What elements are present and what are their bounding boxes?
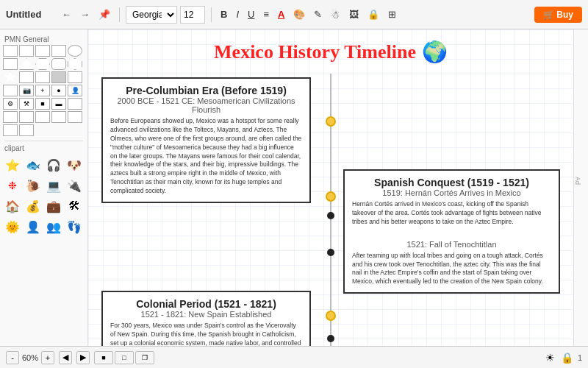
shape-s11[interactable] xyxy=(3,71,18,83)
shape-s12[interactable] xyxy=(19,71,34,83)
separator-1 xyxy=(119,7,120,22)
image-button[interactable]: 🖼 xyxy=(346,7,362,21)
toolbar: Untitled ← → 📌 Georgia Arial B I U ≡ A 🎨… xyxy=(0,0,588,29)
clipart-4[interactable]: 🔌 xyxy=(65,176,84,195)
list-button[interactable]: ≡ xyxy=(260,7,272,21)
shape-s23[interactable]: ■ xyxy=(35,98,50,110)
page-width-btn[interactable]: ■ xyxy=(94,351,113,364)
right-panel: Ad xyxy=(573,29,588,346)
shape-s25[interactable] xyxy=(68,98,82,110)
shape-rect2[interactable] xyxy=(19,45,34,57)
sidebar-section-title: PMN General xyxy=(4,35,83,43)
undo-button[interactable]: ← xyxy=(59,7,74,21)
font-color-button[interactable]: A xyxy=(275,7,287,21)
shape-s14[interactable] xyxy=(51,71,66,83)
shape-s32[interactable] xyxy=(19,124,34,136)
separator-2 xyxy=(211,7,212,22)
timeline-title: Mexico History Timeline 🌍 xyxy=(88,29,573,64)
clipart-5[interactable]: 🏠 xyxy=(3,197,22,216)
clipart-11[interactable]: 👥 xyxy=(44,217,63,236)
redo-button[interactable]: → xyxy=(77,7,93,21)
sun-icon-button[interactable]: ☀ xyxy=(544,352,556,364)
clipart-2[interactable]: 🐌 xyxy=(24,176,43,195)
title-text: Mexico History Timeline xyxy=(214,41,416,63)
shape-s22[interactable]: ⚒ xyxy=(19,98,34,110)
pre-columbian-card[interactable]: Pre-Columbian Era (Before 1519) 2000 BCE… xyxy=(101,77,311,203)
colonial-yellow-dot xyxy=(326,311,336,321)
clipart-3[interactable]: 💻 xyxy=(44,176,63,195)
clipart-fish[interactable]: 🐟 xyxy=(24,155,43,174)
prev-page-button[interactable]: ◀ xyxy=(59,351,72,364)
ad-label: Ad xyxy=(574,177,581,185)
shape-s19[interactable]: ● xyxy=(51,85,66,96)
clipart-9[interactable]: 🌞 xyxy=(3,217,22,236)
shape-rect[interactable] xyxy=(3,45,18,57)
shape-s5[interactable] xyxy=(68,45,82,57)
timeline-center-line xyxy=(330,74,331,346)
conquest-subtitle2: 1521: Fall of Tenochtitlan xyxy=(352,240,551,249)
shape-s8[interactable] xyxy=(35,58,50,70)
shape-s10[interactable] xyxy=(68,58,82,70)
pre-columbian-dot xyxy=(326,116,336,127)
italic-button[interactable]: I xyxy=(233,7,242,21)
buy-button[interactable]: 🛒 Buy xyxy=(534,7,582,23)
shape-rect4[interactable] xyxy=(51,45,66,57)
clipart-headphone[interactable]: 🎧 xyxy=(44,155,63,174)
fit-page-btn[interactable]: □ xyxy=(115,351,134,364)
canvas-content: Mexico History Timeline 🌍 Pre-Columbian … xyxy=(88,29,573,346)
shape-s21[interactable]: ⚙ xyxy=(3,98,18,110)
full-screen-btn[interactable]: ❐ xyxy=(135,351,154,364)
shape-s27[interactable] xyxy=(19,111,34,123)
shape-s26[interactable] xyxy=(3,111,18,123)
shape-s6[interactable] xyxy=(3,58,18,70)
lock-button[interactable]: 🔒 xyxy=(365,7,382,21)
shape-rect3[interactable] xyxy=(35,45,50,57)
shape-s7[interactable] xyxy=(19,58,34,70)
pencil-button[interactable]: ✎ xyxy=(311,7,325,21)
clipart-6[interactable]: 💰 xyxy=(24,197,43,216)
colonial-title: Colonial Period (1521 - 1821) xyxy=(110,298,302,310)
colonial-subtitle: 1521 - 1821: New Spain Established xyxy=(110,310,302,319)
clipart-explosion[interactable]: ❉ xyxy=(3,176,22,195)
shape-button[interactable]: ☃ xyxy=(328,7,343,22)
zoom-in-button[interactable]: + xyxy=(41,351,54,364)
spanish-conquest-card[interactable]: Spanish Conquest (1519 - 1521) 1519: Her… xyxy=(343,169,560,294)
conquest-dot1 xyxy=(327,212,334,219)
pre-columbian-body: Before Europeans showed up, Mexico was a… xyxy=(110,117,302,196)
colonial-body: For 300 years, Mexico was under Spain's … xyxy=(110,322,302,346)
shape-s20[interactable]: 👤 xyxy=(68,85,82,96)
font-family-select[interactable]: Georgia Arial xyxy=(126,6,177,24)
lock-icon-button[interactable]: 🔒 xyxy=(559,352,575,364)
main-area: PMN General 📷 + ● 👤 xyxy=(0,29,588,346)
shape-s15[interactable] xyxy=(68,71,82,83)
shape-s9[interactable] xyxy=(51,58,66,70)
bold-button[interactable]: B xyxy=(218,7,230,21)
clipart-dog[interactable]: 🐶 xyxy=(65,155,84,174)
shape-s17[interactable]: 📷 xyxy=(19,85,34,96)
shape-s13[interactable] xyxy=(35,71,50,83)
pre-columbian-subtitle: 2000 BCE - 1521 CE: Mesoamerican Civiliz… xyxy=(110,96,302,114)
underline-button[interactable]: U xyxy=(245,7,257,21)
clipart-8[interactable]: 🛠 xyxy=(65,197,84,216)
conquest-body1: Hernán Cortés arrived in Mexico's coast,… xyxy=(352,200,551,227)
bottom-toolbar: - 60% + ◀ ▶ ■ □ ❐ ☀ 🔒 1 xyxy=(0,346,588,368)
clipart-10[interactable]: 👤 xyxy=(24,217,43,236)
clipart-7[interactable]: 💼 xyxy=(44,197,63,216)
paint-button[interactable]: 🎨 xyxy=(290,7,308,21)
shape-s31[interactable] xyxy=(3,124,18,136)
shape-s29[interactable] xyxy=(51,111,66,123)
shape-s16[interactable] xyxy=(3,85,18,96)
colonial-card[interactable]: Colonial Period (1521 - 1821) 1521 - 182… xyxy=(101,291,311,346)
next-page-button[interactable]: ▶ xyxy=(76,351,90,364)
shape-s24[interactable]: ▬ xyxy=(51,98,66,110)
save-button[interactable]: 📌 xyxy=(96,7,113,21)
canvas-area[interactable]: Mexico History Timeline 🌍 Pre-Columbian … xyxy=(88,29,573,346)
shape-s28[interactable] xyxy=(35,111,50,123)
clipart-12[interactable]: 👣 xyxy=(65,217,84,236)
shape-s18[interactable]: + xyxy=(35,85,50,96)
shape-s30[interactable] xyxy=(68,111,82,123)
clipart-star[interactable]: ⭐ xyxy=(3,155,22,174)
grid-button[interactable]: ⊞ xyxy=(385,7,399,21)
zoom-out-button[interactable]: - xyxy=(6,351,19,364)
font-size-input[interactable] xyxy=(180,6,205,24)
